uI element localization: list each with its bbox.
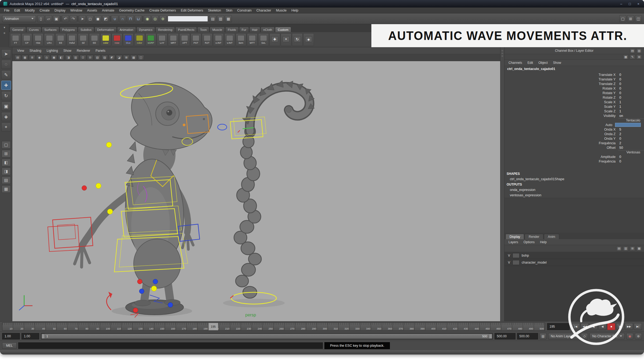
channel-value[interactable]: 2	[618, 141, 644, 145]
snap-to-curves-icon[interactable]: ∩	[119, 15, 126, 22]
select-tool-icon[interactable]: ➤	[79, 15, 86, 22]
timeline-tick[interactable]: 250	[263, 323, 273, 330]
shelf-item[interactable]: ⌖	[281, 33, 291, 46]
layer-editor-tab[interactable]: Anim	[544, 234, 559, 239]
maximize-button[interactable]: □	[627, 2, 632, 6]
channel-value[interactable]: Ventosas	[618, 150, 644, 154]
layer-editor-mode-icon[interactable]: ▥	[636, 48, 642, 53]
shelf-item[interactable]: APT	[179, 33, 190, 46]
timeline-tick[interactable]: 300	[317, 323, 328, 330]
timeline-tick[interactable]: 340	[360, 323, 371, 330]
panel-toolbar-button[interactable]: ◉	[36, 55, 43, 60]
panel-toolbar-button[interactable]: ▥	[72, 55, 79, 60]
panel-toolbar-button[interactable]: ⊠	[123, 55, 130, 60]
menu-item[interactable]: Create Deformers	[147, 8, 178, 13]
timeline-tick[interactable]: 40	[35, 323, 46, 330]
shelf-item[interactable]: color	[134, 33, 145, 46]
move-tool[interactable]: ✚	[1, 81, 11, 90]
panel-toolbar-button[interactable]: ◪	[116, 55, 122, 60]
anim-layer-dropdown[interactable]: No Anim Layer	[548, 333, 580, 339]
timeline-tick[interactable]: 230	[241, 323, 252, 330]
timeline-tick[interactable]: 280	[295, 323, 306, 330]
channel-row[interactable]: Onda X 5	[504, 127, 644, 132]
timeline-tick[interactable]: 450	[480, 323, 491, 330]
panel-menu-item[interactable]: Renderer	[74, 49, 93, 53]
close-button[interactable]: ×	[636, 2, 641, 6]
shelf-tab[interactable]: General	[10, 27, 26, 32]
shelf-tab-selector-icon[interactable]: ▾	[4, 26, 5, 29]
timeline-tick[interactable]: 50	[46, 323, 57, 330]
layer-row[interactable]: V bshp	[504, 252, 644, 259]
panel-toolbar-button[interactable]: ⊞	[29, 55, 35, 60]
shelf-tab[interactable]: Dynamics	[136, 27, 155, 32]
menu-item[interactable]: Edit	[12, 8, 23, 13]
channel-value[interactable]: 0	[618, 77, 644, 81]
panel-menu-item[interactable]: Panels	[93, 49, 108, 53]
shelf-item[interactable]: EE	[89, 33, 100, 46]
timeline-tick[interactable]: 30	[24, 323, 35, 330]
channel-value[interactable]: 1	[618, 109, 644, 113]
channel-value[interactable]: 0	[618, 160, 644, 163]
anim-layer-icon[interactable]: ▤	[540, 333, 547, 339]
shape-node-name[interactable]: ctrl_onda_tentaculo_cajado01Shape	[504, 176, 644, 182]
selected-object-name[interactable]: ctrl_onda_tentaculo_cajado01	[504, 66, 644, 72]
shelf-item[interactable]: o.INT	[213, 33, 224, 46]
shelf-tab[interactable]: Muscle	[210, 27, 225, 32]
hypershade-layout-button[interactable]: ▤	[2, 176, 11, 184]
timeline-tick[interactable]: 10	[2, 323, 13, 330]
multi-pane-layout-button[interactable]: ▦	[2, 185, 11, 193]
shelf-item[interactable]: item	[236, 33, 246, 46]
channel-value[interactable]: 0	[618, 87, 644, 90]
layer-color-swatch[interactable]	[513, 253, 519, 258]
channel-row[interactable]: Tentacolo	[504, 118, 644, 123]
panel-toolbar-button[interactable]: ▧	[94, 55, 101, 60]
menu-item[interactable]: Skeleton	[206, 8, 224, 13]
range-end-handle[interactable]	[489, 334, 492, 339]
channel-row[interactable]: Translate X 0	[504, 72, 644, 77]
channelbox-mode-icon[interactable]: ▤	[630, 48, 635, 53]
character-set-dropdown[interactable]: No Character Set	[590, 333, 625, 339]
timeline-tick[interactable]: 260	[274, 323, 284, 330]
channel-row[interactable]: Visibility on	[504, 113, 644, 118]
shelf-item[interactable]: MTT	[247, 33, 258, 46]
shelf-item[interactable]: ↻	[292, 33, 303, 46]
menu-item[interactable]: Geometry Cache	[117, 8, 147, 13]
time-slider-ticks[interactable]: 195 102030405060708090100110120130140150…	[2, 323, 545, 331]
layer-editor-menu-item[interactable]: Help	[537, 240, 549, 244]
character-set-key-icon[interactable]: ◇	[581, 333, 588, 339]
timeline-tick[interactable]: 120	[122, 323, 133, 330]
timeline-tick[interactable]: 90	[89, 323, 100, 330]
shelf-item[interactable]: Sil	[78, 33, 89, 46]
pane-divider[interactable]	[500, 47, 504, 321]
current-time-field[interactable]: 195	[547, 323, 570, 330]
snap-to-points-icon[interactable]: ⊓	[127, 15, 134, 22]
viewport-canvas[interactable]: persp	[12, 61, 500, 321]
menu-item[interactable]: Help	[289, 8, 301, 13]
timeline-tick[interactable]: 360	[382, 323, 393, 330]
show-manipulator-tool[interactable]: ⌖	[1, 123, 11, 132]
panel-toolbar-button[interactable]: ⊟	[87, 55, 93, 60]
two-pane-layout-icon[interactable]: ◫	[635, 15, 642, 22]
auto-keyframe-button[interactable]: ◉	[626, 333, 633, 339]
shelf-item[interactable]: SeL	[258, 33, 269, 46]
channel-row[interactable]: Rotate X 0	[504, 86, 644, 91]
shelf-tab[interactable]: Curves	[26, 27, 41, 32]
panel-toolbar-button[interactable]: ▨	[101, 55, 108, 60]
channel-value[interactable]: 0	[618, 96, 644, 99]
channel-box-menu-item[interactable]: Show	[551, 61, 564, 65]
channel-row[interactable]: Offset 50	[504, 145, 644, 150]
timeline-tick[interactable]: 270	[284, 323, 295, 330]
input-line-icon[interactable]: ▤	[209, 15, 216, 22]
playback-end-field[interactable]: 500.00	[495, 333, 515, 339]
timeline-tick[interactable]: 180	[187, 323, 197, 330]
shelf-item[interactable]: EE	[55, 33, 66, 46]
panel-toolbar-button[interactable]: ◨	[65, 55, 72, 60]
toolbar-button[interactable]	[78, 16, 78, 22]
shelf-item[interactable]: ✚	[269, 33, 280, 46]
toolbar-button[interactable]	[110, 16, 111, 22]
channel-row[interactable]: Onda Z 2	[504, 132, 644, 136]
timeline-tick[interactable]: 70	[68, 323, 78, 330]
shelf-item[interactable]: MRT	[168, 33, 179, 46]
panel-toolbar-button[interactable]: ◧	[58, 55, 64, 60]
menu-item[interactable]: Animate	[100, 8, 117, 13]
